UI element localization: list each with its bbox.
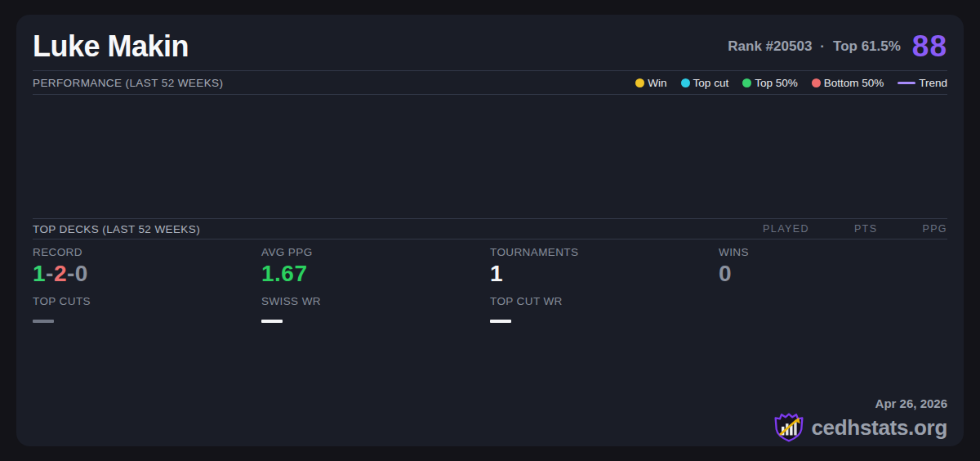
rank-separator: · <box>820 38 825 55</box>
empty-value-dash <box>490 320 511 323</box>
stat-label: AVG PPG <box>261 246 490 258</box>
card-footer: Apr 26, 2026 cedhstats.org <box>773 396 947 443</box>
chart-legend: Win Top cut Top 50% Bottom 50% Trend <box>635 77 947 89</box>
top-decks-header: TOP DECKS (LAST 52 WEEKS) PLAYED PTS PPG <box>16 219 964 239</box>
performance-header: PERFORMANCE (LAST 52 WEEKS) Win Top cut … <box>16 71 964 94</box>
bottom-50-dot-icon <box>812 78 821 87</box>
stat-label: WINS <box>719 246 947 258</box>
stat-label: TOP CUTS <box>33 295 261 307</box>
record-value: 1-2-0 <box>33 261 261 287</box>
trend-line-icon <box>898 82 915 84</box>
card-header: Luke Makin Rank #20503 · Top 61.5% 88 <box>16 15 964 70</box>
legend-label: Top cut <box>693 77 729 89</box>
stat-record: RECORD 1-2-0 <box>33 246 261 287</box>
brand-row: cedhstats.org <box>773 412 947 443</box>
legend-label: Win <box>648 77 666 89</box>
wins-value: 0 <box>719 261 947 287</box>
player-name: Luke Makin <box>33 29 189 64</box>
stats-grid: RECORD 1-2-0 AVG PPG 1.67 TOURNAMENTS 1 … <box>16 239 964 446</box>
top-decks-columns: PLAYED PTS PPG <box>718 223 947 235</box>
top-cut-dot-icon <box>681 78 690 87</box>
stat-top-cuts: TOP CUTS <box>33 295 261 323</box>
legend-label: Bottom 50% <box>824 77 884 89</box>
stat-label: TOURNAMENTS <box>490 246 719 258</box>
stat-label: RECORD <box>33 246 261 258</box>
record-separator: - <box>46 261 54 286</box>
tournaments-value: 1 <box>490 261 719 287</box>
stat-label: TOP CUT WR <box>490 295 719 307</box>
column-header-ppg: PPG <box>922 223 947 235</box>
empty-value-dash <box>261 320 283 323</box>
record-wins: 1 <box>33 261 46 286</box>
stat-swiss-wr: SWISS WR <box>261 295 490 323</box>
legend-item-bottom-50: Bottom 50% <box>812 77 884 89</box>
win-dot-icon <box>635 78 644 87</box>
empty-value-dash <box>33 320 54 323</box>
cedhstats-shield-logo-icon <box>773 412 804 443</box>
legend-item-trend: Trend <box>898 77 947 89</box>
top-50-dot-icon <box>742 78 751 87</box>
legend-item-win: Win <box>635 77 666 89</box>
stat-label: SWISS WR <box>261 295 490 307</box>
column-header-pts: PTS <box>854 223 878 235</box>
legend-item-top-cut: Top cut <box>681 77 729 89</box>
legend-label: Top 50% <box>755 77 798 89</box>
footer-date: Apr 26, 2026 <box>773 396 947 410</box>
percentile-label: Top 61.5% <box>833 38 901 55</box>
stat-avg-ppg: AVG PPG 1.67 <box>261 246 490 287</box>
record-draws: 0 <box>75 261 88 286</box>
avg-ppg-value: 1.67 <box>261 261 490 287</box>
legend-item-top-50: Top 50% <box>742 77 798 89</box>
brand-name: cedhstats.org <box>811 415 947 441</box>
rank-line: Rank #20503 · Top 61.5% <box>728 38 901 55</box>
top-decks-label: TOP DECKS (LAST 52 WEEKS) <box>33 223 200 235</box>
player-score: 88 <box>912 29 947 64</box>
rank-label: Rank #20503 <box>728 38 812 55</box>
performance-label: PERFORMANCE (LAST 52 WEEKS) <box>33 77 223 89</box>
stat-top-cut-wr: TOP CUT WR <box>490 295 719 323</box>
player-stats-card: Luke Makin Rank #20503 · Top 61.5% 88 PE… <box>16 15 964 446</box>
column-header-played: PLAYED <box>763 223 809 235</box>
header-rank-score: Rank #20503 · Top 61.5% 88 <box>728 29 947 64</box>
record-losses: 2 <box>54 261 67 286</box>
stat-tournaments: TOURNAMENTS 1 <box>490 246 719 287</box>
record-separator: - <box>67 261 75 286</box>
stat-wins: WINS 0 <box>719 246 947 287</box>
legend-label: Trend <box>919 77 947 89</box>
performance-chart <box>16 95 964 218</box>
